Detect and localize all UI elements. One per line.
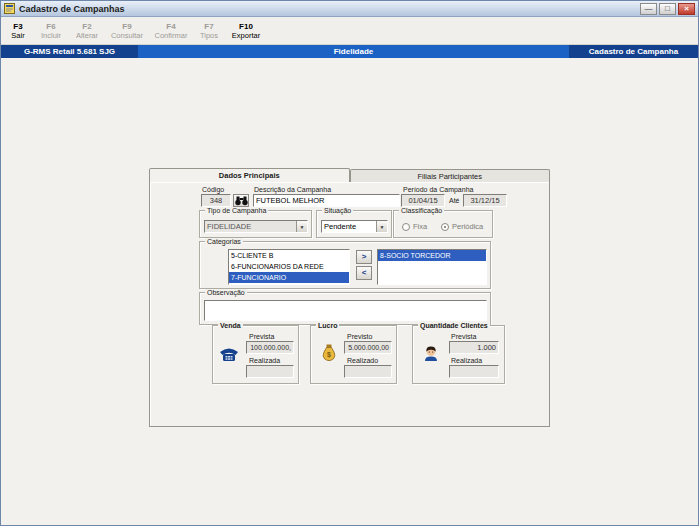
telephone-icon bbox=[219, 346, 239, 362]
radio-periodica: Periódica bbox=[441, 222, 483, 231]
list-item[interactable]: 5-CLIENTE B bbox=[229, 250, 349, 261]
lucro-title: Lucro bbox=[316, 322, 339, 330]
toolbar-button-sair[interactable]: F3 Sair bbox=[3, 18, 33, 43]
classificacao-label: Classificação bbox=[399, 207, 444, 215]
list-item[interactable]: 8-SOCIO TORCEDOR bbox=[378, 250, 486, 261]
categorias-label: Categorias bbox=[205, 238, 243, 246]
binoculars-icon bbox=[235, 196, 248, 206]
periodo-inicio-field: 01/04/15 bbox=[401, 194, 445, 207]
screen-label: Cadastro de Campanha bbox=[569, 45, 698, 58]
move-left-button[interactable]: < bbox=[356, 266, 372, 280]
venda-realizada-field bbox=[246, 365, 294, 378]
tab-dados-principais[interactable]: Dados Principais bbox=[149, 168, 350, 182]
venda-realizada-label: Realizada bbox=[249, 357, 280, 364]
person-icon bbox=[423, 344, 439, 362]
observacao-memo[interactable] bbox=[204, 300, 487, 321]
list-item[interactable]: 6-FUNCIONARIOS DA REDE bbox=[229, 261, 349, 272]
function-toolbar: F3 Sair F6 Incluir F2 Alterar F9 Consult… bbox=[1, 17, 698, 45]
toolbar-button-consultar[interactable]: F9 Consultar bbox=[105, 18, 149, 43]
observacao-label: Observação bbox=[205, 289, 247, 297]
lucro-previsto-label: Previsto bbox=[347, 333, 372, 340]
app-icon bbox=[4, 3, 15, 14]
radio-circle-icon bbox=[402, 223, 410, 231]
title-bar: Cadastro de Campanhas — □ × bbox=[1, 1, 698, 17]
toolbar-button-tipos[interactable]: F7 Tipos bbox=[193, 18, 225, 43]
app-version-label: G-RMS Retail 5.681 SJG bbox=[1, 45, 138, 58]
toolbar-button-confirmar[interactable]: F4 Confirmar bbox=[149, 18, 193, 43]
categorias-disponiveis-listbox[interactable]: 5-CLIENTE B 6-FUNCIONARIOS DA REDE 7-FUN… bbox=[228, 249, 350, 285]
maximize-icon[interactable]: □ bbox=[659, 3, 676, 15]
clientes-realizada-field bbox=[449, 365, 499, 378]
radio-fixa: Fixa bbox=[402, 222, 427, 231]
app-window: Cadastro de Campanhas — □ × F3 Sair F6 I… bbox=[0, 0, 699, 526]
module-label: Fidelidade bbox=[138, 45, 569, 58]
toolbar-button-incluir[interactable]: F6 Incluir bbox=[33, 18, 69, 43]
lucro-groupbox: Lucro Previsto 5.000.000,00 $ Realizado bbox=[310, 325, 397, 384]
observacao-groupbox: Observação bbox=[199, 292, 491, 325]
periodo-fim-field: 31/12/15 bbox=[463, 194, 507, 207]
quantidade-clientes-groupbox: Quantidade Clientes Prevista 1.000 Reali… bbox=[412, 325, 505, 384]
clientes-realizada-label: Realizada bbox=[451, 357, 482, 364]
lookup-button[interactable] bbox=[233, 194, 249, 207]
codigo-label: Código bbox=[202, 186, 224, 193]
classificacao-groupbox: Classificação Fixa Periódica bbox=[393, 210, 493, 238]
money-bag-icon: $ bbox=[321, 343, 337, 362]
tab-filiais-participantes[interactable]: Filiais Participantes bbox=[350, 169, 551, 182]
tab-strip: Dados Principais Filiais Participantes bbox=[149, 168, 550, 182]
window-title: Cadastro de Campanhas bbox=[19, 4, 125, 14]
list-item[interactable]: 7-FUNCIONARIO bbox=[229, 272, 349, 283]
clientes-prevista-field: 1.000 bbox=[449, 341, 499, 354]
lucro-previsto-field: 5.000.000,00 bbox=[344, 341, 392, 354]
descricao-field[interactable]: FUTEBOL MELHOR bbox=[253, 194, 400, 207]
svg-text:$: $ bbox=[327, 351, 331, 359]
tipo-campanha-label: Tipo de Campanha bbox=[205, 207, 268, 215]
tipo-campanha-groupbox: Tipo de Campanha FIDELIDADE ▼ bbox=[199, 210, 312, 238]
campaign-panel: Dados Principais Filiais Participantes C… bbox=[149, 168, 550, 427]
periodo-label: Período da Campanha bbox=[403, 186, 473, 193]
tipo-campanha-combobox: FIDELIDADE ▼ bbox=[204, 220, 308, 233]
ate-label: Até bbox=[449, 197, 460, 204]
codigo-field: 348 bbox=[201, 194, 231, 207]
venda-title: Venda bbox=[218, 322, 243, 330]
move-right-button[interactable]: > bbox=[356, 250, 372, 264]
radio-circle-icon bbox=[441, 223, 449, 231]
toolbar-button-exportar[interactable]: F10 Exportar bbox=[225, 18, 267, 43]
quantidade-clientes-title: Quantidade Clientes bbox=[418, 322, 490, 330]
minimize-icon[interactable]: — bbox=[640, 3, 657, 15]
venda-prevista-label: Prevista bbox=[249, 333, 274, 340]
chevron-down-icon: ▼ bbox=[296, 221, 307, 232]
clientes-prevista-label: Prevista bbox=[451, 333, 476, 340]
chevron-down-icon[interactable]: ▼ bbox=[376, 221, 387, 232]
situacao-label: Situação bbox=[322, 207, 353, 215]
status-header-bar: G-RMS Retail 5.681 SJG Fidelidade Cadast… bbox=[1, 45, 698, 58]
situacao-combobox[interactable]: Pendente ▼ bbox=[321, 220, 388, 233]
descricao-label: Descrição da Campanha bbox=[254, 186, 331, 193]
situacao-groupbox: Situação Pendente ▼ bbox=[316, 210, 392, 238]
close-icon[interactable]: × bbox=[678, 3, 695, 15]
toolbar-button-alterar[interactable]: F2 Alterar bbox=[69, 18, 105, 43]
venda-prevista-field: 100.000.000, bbox=[246, 341, 294, 354]
venda-groupbox: Venda Prevista 100.000.000, Realizada bbox=[212, 325, 299, 384]
categorias-escolhidas-listbox[interactable]: 8-SOCIO TORCEDOR bbox=[377, 249, 487, 285]
categorias-groupbox: Categorias 5-CLIENTE B 6-FUNCIONARIOS DA… bbox=[199, 241, 491, 289]
tab-page-dados-principais: Código 348 Descrição da Campanha FUTEBOL… bbox=[149, 181, 550, 427]
lucro-realizado-label: Realizado bbox=[347, 357, 378, 364]
lucro-realizado-field bbox=[344, 365, 392, 378]
